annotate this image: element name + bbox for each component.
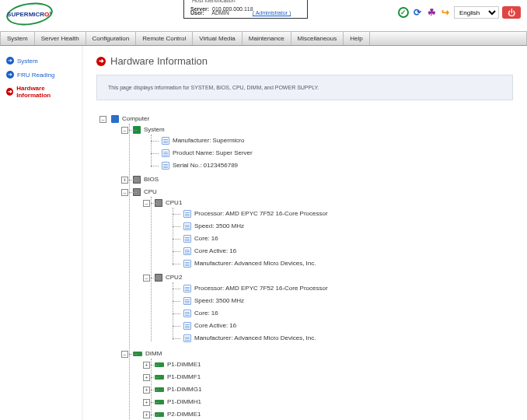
role-link[interactable]: ( Administrator )	[253, 10, 291, 16]
doc-icon	[183, 235, 191, 243]
sidebar-item-hardware[interactable]: ➜Hardware Information	[0, 82, 82, 102]
host-id-title: Host Identification	[190, 0, 237, 3]
doc-icon	[183, 297, 191, 305]
tree-node-dimm-slot[interactable]: +P1-DIMME1	[162, 360, 513, 369]
doc-icon	[183, 334, 191, 342]
tree-leaf: Processor: AMD EPYC 7F52 16-Core Process…	[183, 284, 513, 293]
dimm-icon	[155, 375, 164, 380]
menu-server-health[interactable]: Server Health	[35, 32, 86, 45]
chip-icon	[133, 176, 141, 184]
menu-miscellaneous[interactable]: Miscellaneous	[291, 32, 344, 45]
system-icon	[133, 126, 141, 134]
power-button[interactable]: ⏻	[502, 6, 521, 19]
collapse-icon[interactable]: –	[143, 200, 150, 207]
title-icon: ➜	[96, 57, 106, 66]
tree-leaf: Core: 16	[183, 309, 513, 318]
tree-leaf: Core: 16	[183, 234, 513, 243]
tree-leaf: Core Active: 16	[183, 247, 513, 256]
menu-maintenance[interactable]: Maintenance	[243, 32, 291, 45]
collapse-icon[interactable]: –	[121, 189, 128, 196]
doc-icon	[183, 322, 191, 330]
collapse-icon[interactable]: –	[143, 275, 150, 282]
doc-icon	[183, 285, 191, 292]
arrow-icon: ➜	[6, 57, 14, 65]
logout-icon[interactable]: ↪	[440, 7, 451, 18]
status-ok-icon[interactable]: ✓	[398, 7, 409, 18]
main-menu: System Server Health Configuration Remot…	[0, 31, 527, 46]
header: SUPERMICRO° Host Identification Server: …	[0, 0, 527, 31]
expand-icon[interactable]: +	[143, 411, 150, 418]
doc-icon	[183, 247, 191, 255]
menu-system[interactable]: System	[0, 32, 35, 45]
doc-icon	[162, 162, 169, 170]
tree-node-dimm-slot[interactable]: +P2-DIMME1	[162, 410, 513, 419]
computer-icon	[111, 115, 119, 123]
eco-icon[interactable]: ☘	[426, 7, 437, 18]
doc-icon	[162, 149, 169, 157]
hint-box: This page displays information for SYSTE…	[96, 75, 513, 100]
main-content: ➜ Hardware Information This page display…	[82, 46, 527, 420]
hardware-tree: –Computer –System Manufacturer: Supermic…	[96, 113, 513, 420]
tree-leaf: Processor: AMD EPYC 7F52 16-Core Process…	[183, 209, 513, 219]
expand-icon[interactable]: +	[143, 362, 150, 369]
tree-node-cpu2[interactable]: –CPU2	[162, 273, 513, 282]
menu-remote-control[interactable]: Remote Control	[136, 32, 193, 45]
chip-icon	[155, 274, 162, 282]
tree-node-cpu1[interactable]: –CPU1	[162, 198, 513, 208]
refresh-icon[interactable]: ⟳	[412, 7, 423, 18]
page-title: ➜ Hardware Information	[96, 55, 513, 67]
tree-node-bios[interactable]: +BIOS	[140, 175, 513, 184]
header-actions: ✓ ⟳ ☘ ↪ English ⏻	[398, 6, 521, 19]
collapse-icon[interactable]: –	[121, 351, 128, 358]
dimm-icon	[155, 387, 164, 392]
tree-leaf: Product Name: Super Server	[162, 149, 513, 158]
tree-node-cpu[interactable]: –CPU	[140, 187, 513, 197]
tree-leaf: Core Active: 16	[183, 321, 513, 331]
sidebar-item-fru[interactable]: ➜FRU Reading	[0, 68, 82, 82]
tree-node-computer[interactable]: –Computer	[118, 114, 513, 124]
chip-icon	[155, 199, 162, 207]
tree-node-dimm-slot[interactable]: +P1-DIMMF1	[162, 373, 513, 382]
expand-icon[interactable]: +	[143, 374, 150, 381]
doc-icon	[183, 222, 191, 230]
dimm-icon	[133, 352, 142, 356]
dimm-icon	[155, 400, 164, 404]
tree-node-system[interactable]: –System	[140, 125, 513, 135]
doc-icon	[183, 260, 191, 268]
tree-leaf: Speed: 3500 MHz	[183, 296, 513, 306]
arrow-icon: ➜	[6, 71, 14, 79]
doc-icon	[183, 310, 191, 317]
expand-icon[interactable]: +	[143, 387, 150, 394]
host-identification-box: Host Identification Server: 010.000.000.…	[183, 0, 308, 19]
menu-virtual-media[interactable]: Virtual Media	[193, 32, 243, 45]
doc-icon	[162, 137, 169, 145]
dimm-icon	[155, 362, 164, 367]
collapse-icon[interactable]: –	[121, 127, 128, 134]
menu-help[interactable]: Help	[344, 32, 369, 45]
sidebar-item-system[interactable]: ➜System	[0, 54, 82, 68]
menu-configuration[interactable]: Configuration	[86, 32, 137, 45]
sidebar: ➜System ➜FRU Reading ➜Hardware Informati…	[0, 46, 82, 420]
tree-leaf: Manufacturer: Advanced Micro Devices, In…	[183, 334, 513, 343]
dimm-icon	[155, 412, 164, 417]
collapse-icon[interactable]: –	[99, 116, 106, 123]
expand-icon[interactable]: +	[143, 399, 150, 406]
expand-icon[interactable]: +	[121, 177, 128, 184]
tree-leaf: Speed: 3500 MHz	[183, 222, 513, 231]
logo: SUPERMICRO°	[6, 3, 53, 25]
chip-icon	[133, 188, 141, 196]
tree-leaf: Manufacturer: Advanced Micro Devices, In…	[183, 259, 513, 268]
tree-leaf: Manufacturer: Supermicro	[162, 136, 513, 145]
tree-node-dimm-slot[interactable]: +P1-DIMMH1	[162, 397, 513, 407]
language-select[interactable]: English	[454, 6, 499, 19]
doc-icon	[183, 210, 191, 218]
tree-leaf: Serial No.: 0123456789	[162, 161, 513, 170]
tree-node-dimm[interactable]: –DIMM	[140, 349, 513, 359]
tree-node-dimm-slot[interactable]: +P1-DIMMG1	[162, 385, 513, 394]
arrow-icon: ➜	[6, 88, 13, 96]
